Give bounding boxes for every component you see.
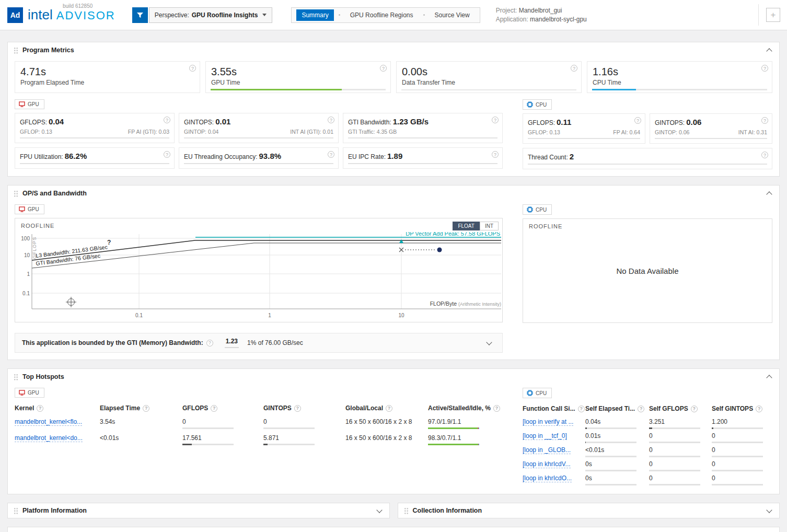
table-row: mandelbrot_kernel<do... <0.01s 17.561 5.…	[15, 432, 503, 448]
function-link[interactable]: [loop in __tcf_0]	[523, 432, 567, 440]
collapse-chevron-icon[interactable]	[766, 191, 772, 197]
info-icon[interactable]	[380, 65, 387, 72]
info-icon[interactable]	[761, 152, 768, 158]
drag-handle-icon[interactable]	[14, 47, 18, 54]
roofline-hint[interactable]: ?	[107, 239, 111, 246]
info-icon[interactable]	[571, 65, 577, 72]
column-header: Self GFLOPS	[649, 405, 688, 412]
tab-gpu-roofline-regions[interactable]: GPU Roofline Regions	[345, 9, 419, 21]
kernel-link[interactable]: mandelbrot_kernel<flo...	[15, 418, 82, 426]
int-toggle-button[interactable]: INT	[480, 222, 499, 230]
cell-gintops: 0	[712, 460, 715, 468]
function-link[interactable]: [loop in khrIcdV...	[523, 460, 571, 468]
info-icon[interactable]	[328, 117, 334, 123]
gpu-time-bar	[211, 89, 386, 90]
perspective-selector[interactable]: Perspective: GPU Roofline Insights	[149, 7, 273, 23]
gpu-roofline-chart[interactable]: ROOFLINE FLOAT INT	[15, 218, 503, 322]
info-icon[interactable]	[761, 65, 768, 72]
cell-gflops: 0	[649, 475, 653, 482]
chevron-down-icon	[262, 14, 267, 16]
cell-elapsed: 0s	[585, 460, 592, 468]
bounded-detail: 1% of 76.00 GB/sec	[247, 339, 303, 346]
info-icon[interactable]	[756, 406, 762, 412]
cpu-table-header: Function Call Si... Self Elapsed Ti... S…	[523, 402, 772, 417]
value-bar	[649, 427, 700, 429]
metric-sub: GINTOP: 0.06	[655, 129, 689, 135]
gpu-eu-ipc-card: EU IPC Rate:1.89	[343, 147, 503, 169]
build-number: build 612850	[63, 3, 92, 9]
add-view-button[interactable]: +	[766, 8, 780, 22]
info-icon[interactable]	[761, 117, 768, 124]
gpu-badge: GPU	[15, 204, 44, 214]
expand-chevron-icon[interactable]	[376, 507, 382, 513]
tab-source-view[interactable]: Source View	[430, 9, 475, 21]
metric-title: Thread Count:	[528, 154, 568, 161]
drag-handle-icon[interactable]	[14, 507, 18, 514]
cell-elapsed: 0.04s	[585, 418, 600, 425]
metric-card-data-transfer-time: 0.00s Data Transfer Time	[396, 61, 582, 93]
gpu-badge-label: GPU	[28, 206, 39, 212]
info-icon[interactable]	[386, 405, 392, 412]
info-icon[interactable]	[328, 151, 334, 158]
info-icon[interactable]	[691, 406, 698, 412]
up-arrow-icon	[399, 239, 403, 243]
info-icon[interactable]	[634, 117, 641, 124]
roofline-plot[interactable]: 100 10 1 0.1 0.1 1 10 GFLOPS FLOP/Byte	[15, 232, 502, 322]
metric-value: 1.23 GB/s	[393, 117, 429, 126]
asi-bar	[428, 427, 479, 429]
drag-handle-icon[interactable]	[404, 507, 409, 514]
metric-title: EU Threading Occupancy:	[184, 153, 258, 160]
info-icon[interactable]	[294, 405, 301, 412]
function-link[interactable]: [loop in _GLOB...	[523, 446, 571, 454]
gpu-monitor-icon	[19, 101, 25, 107]
metric-value: 0.11	[557, 118, 571, 126]
table-row: mandelbrot_kernel<flo... 3.54s 0 0 16 x …	[15, 416, 503, 432]
info-icon[interactable]	[189, 65, 196, 72]
info-icon[interactable]	[578, 406, 585, 412]
float-toggle-button[interactable]: FLOAT	[453, 222, 479, 230]
gpu-gti-bandwidth-card: GTI Bandwidth:1.23 GB/s GTI Traffic: 4.3…	[343, 113, 503, 143]
expand-chevron-icon[interactable]	[766, 507, 772, 513]
column-header: Global/Local	[345, 404, 383, 412]
function-link[interactable]: [loop in verify at ...	[523, 418, 573, 426]
collapse-chevron-icon[interactable]	[766, 375, 772, 380]
value-bar	[649, 484, 700, 485]
metric-value: 1.89	[387, 152, 402, 160]
info-icon[interactable]	[638, 406, 644, 412]
drag-handle-icon[interactable]	[14, 190, 18, 197]
y-tick: 0.1	[22, 291, 30, 296]
info-icon[interactable]	[37, 405, 43, 412]
metric-value: 4.71s	[20, 66, 194, 78]
expand-chevron-icon[interactable]	[486, 339, 492, 345]
top-bar: Ad intel ADVISOR build 612850 Perspectiv…	[0, 0, 787, 30]
cell-gflops: 0	[649, 446, 653, 454]
value-bar	[649, 442, 700, 443]
brand: intel ADVISOR	[28, 7, 115, 23]
function-link[interactable]: [loop in khrIcdO...	[523, 475, 572, 482]
gpu-badge: GPU	[15, 388, 44, 398]
info-icon[interactable]	[492, 117, 499, 123]
info-icon[interactable]	[493, 405, 500, 412]
info-icon[interactable]	[211, 405, 217, 412]
cell-gintops: 0	[712, 432, 715, 440]
kernel-link[interactable]: mandelbrot_kernel<do...	[15, 434, 83, 442]
cell-asi: 97.0/1.9/1.1	[428, 418, 461, 425]
collapse-chevron-icon[interactable]	[766, 48, 772, 54]
info-icon[interactable]	[143, 405, 149, 412]
info-icon[interactable]	[164, 117, 170, 123]
table-row: [loop in __tcf_0] 0.01s 0 0	[523, 431, 772, 445]
drag-handle-icon[interactable]	[14, 374, 18, 380]
value-bar	[585, 427, 636, 429]
kernel-data-point[interactable]	[437, 248, 442, 252]
data-transfer-bar	[401, 89, 576, 90]
tab-summary[interactable]: Summary	[296, 9, 333, 21]
info-icon[interactable]	[164, 151, 170, 158]
metric-bar	[184, 163, 333, 164]
info-icon[interactable]	[206, 340, 213, 346]
collection-information-panel: Collection Information	[398, 503, 780, 518]
metric-title: GINTOPS:	[655, 119, 685, 126]
advisor-logo-icon: Ad	[7, 7, 23, 23]
info-icon[interactable]	[492, 151, 499, 158]
cpu-thread-count-card: Thread Count:2	[523, 148, 772, 169]
panel-title: OP/S and Bandwidth	[22, 190, 87, 197]
